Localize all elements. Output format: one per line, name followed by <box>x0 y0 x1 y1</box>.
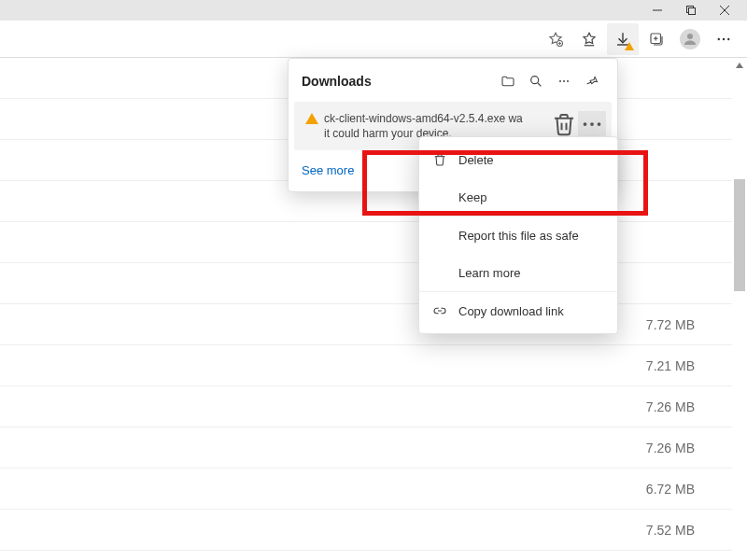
downloads-title: Downloads <box>302 74 494 89</box>
download-more-button[interactable] <box>578 111 606 137</box>
menu-report-safe[interactable]: Report this file as safe <box>419 217 617 254</box>
delete-download-button[interactable] <box>550 111 578 137</box>
svg-marker-18 <box>736 63 743 68</box>
pin-downloads-button[interactable] <box>578 68 606 94</box>
favorites-button[interactable] <box>573 23 605 55</box>
file-size: 7.21 MB <box>646 358 695 373</box>
open-folder-button[interactable] <box>494 68 522 94</box>
search-downloads-button[interactable] <box>522 68 550 94</box>
menu-label: Learn more <box>458 266 520 280</box>
scrollbar-thumb[interactable] <box>734 179 745 291</box>
menu-learn-more[interactable]: Learn more <box>419 254 617 291</box>
list-item[interactable]: 6.72 MB <box>0 469 732 510</box>
file-size: 7.72 MB <box>646 317 695 332</box>
svg-point-23 <box>567 80 569 82</box>
see-more-link[interactable]: See more <box>302 163 354 177</box>
scroll-up-icon[interactable] <box>732 58 747 73</box>
svg-line-20 <box>538 83 541 86</box>
file-size: 7.26 MB <box>646 441 695 455</box>
collections-button[interactable] <box>641 23 672 55</box>
list-item[interactable]: 7.52 MB <box>0 510 732 551</box>
svg-point-27 <box>590 122 594 126</box>
svg-point-26 <box>584 122 587 126</box>
downloads-more-button[interactable] <box>550 68 578 94</box>
file-size: 7.52 MB <box>646 523 695 538</box>
list-item[interactable]: 7.26 MB <box>0 386 732 427</box>
warning-badge-icon <box>625 42 634 50</box>
svg-rect-2 <box>689 8 696 15</box>
download-context-menu: Delete Keep Report this file as safe Lea… <box>418 136 618 334</box>
list-item[interactable]: 7.21 MB <box>0 345 732 386</box>
menu-label: Report this file as safe <box>458 229 579 243</box>
downloads-button[interactable] <box>607 23 639 55</box>
minimize-button[interactable] <box>641 0 674 21</box>
svg-point-14 <box>687 34 693 39</box>
menu-label: Copy download link <box>458 304 564 318</box>
list-item[interactable]: 7.26 MB <box>0 427 732 469</box>
svg-point-22 <box>563 80 565 82</box>
menu-label: Keep <box>458 190 486 204</box>
file-size: 6.72 MB <box>646 482 695 497</box>
svg-point-28 <box>598 122 601 126</box>
window-titlebar <box>0 0 747 21</box>
scrollbar[interactable] <box>732 58 747 560</box>
avatar-icon <box>680 29 700 49</box>
menu-keep[interactable]: Keep <box>419 178 617 216</box>
svg-point-17 <box>727 37 729 39</box>
warning-icon <box>300 111 324 124</box>
svg-point-19 <box>531 77 539 84</box>
maximize-button[interactable] <box>674 0 708 21</box>
list-item[interactable]: 7.72 MB <box>0 304 732 345</box>
menu-copy-link[interactable]: Copy download link <box>419 292 617 329</box>
close-button[interactable] <box>708 0 741 21</box>
profile-button[interactable] <box>674 23 706 55</box>
list-item[interactable] <box>0 263 732 304</box>
more-menu-button[interactable] <box>708 23 740 55</box>
link-icon <box>432 303 447 318</box>
svg-point-16 <box>723 37 725 39</box>
file-size: 7.26 MB <box>646 399 695 414</box>
list-item[interactable] <box>0 222 732 263</box>
trash-icon <box>432 152 447 167</box>
add-favorite-button[interactable] <box>540 23 571 55</box>
svg-point-15 <box>718 37 720 39</box>
menu-delete[interactable]: Delete <box>419 141 617 178</box>
menu-label: Delete <box>458 153 494 167</box>
svg-point-21 <box>559 80 561 82</box>
browser-toolbar <box>0 21 747 58</box>
